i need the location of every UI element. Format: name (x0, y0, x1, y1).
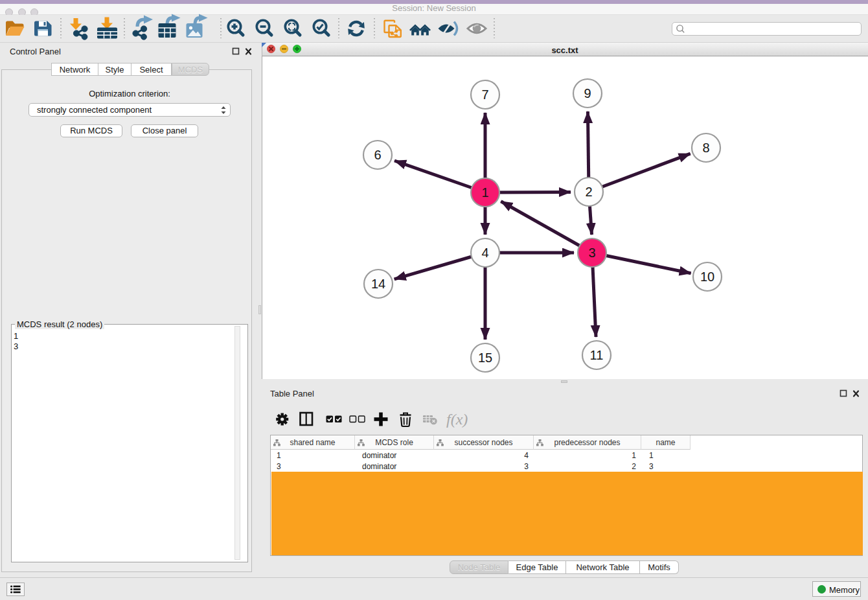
svg-text:8: 8 (702, 141, 709, 155)
svg-text:1: 1 (481, 185, 488, 200)
svg-text:4: 4 (481, 246, 488, 260)
svg-text:3: 3 (588, 246, 595, 260)
svg-text:10: 10 (700, 270, 714, 284)
svg-text:9: 9 (584, 86, 591, 100)
svg-text:6: 6 (374, 148, 381, 162)
svg-text:7: 7 (481, 87, 488, 102)
svg-text:15: 15 (478, 351, 492, 365)
svg-text:11: 11 (590, 348, 604, 362)
svg-text:14: 14 (371, 277, 385, 291)
svg-text:2: 2 (585, 185, 592, 199)
svg-text:f(x): f(x) (446, 411, 468, 428)
